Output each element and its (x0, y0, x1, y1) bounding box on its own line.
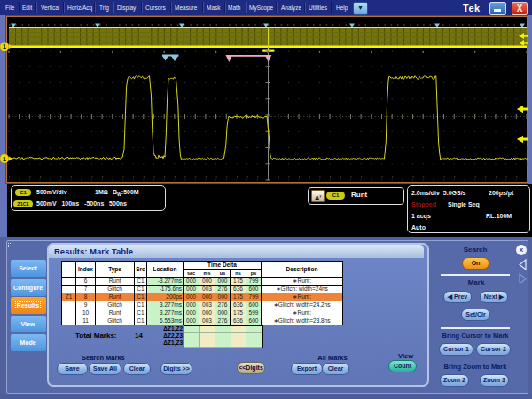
svg-text:1: 1 (3, 156, 6, 162)
svg-text:1: 1 (3, 43, 6, 50)
